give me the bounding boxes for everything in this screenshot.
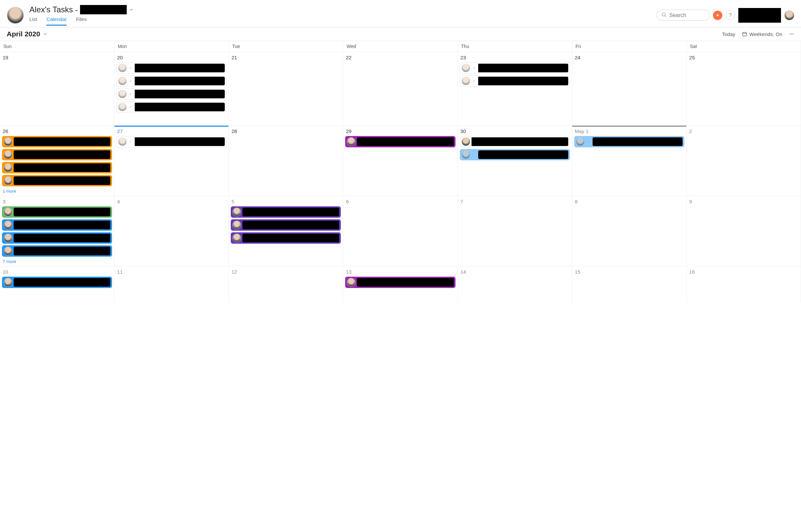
task-card[interactable]: ✓ xyxy=(116,75,226,87)
task-avatar xyxy=(462,137,470,146)
owner-avatar[interactable] xyxy=(7,7,24,24)
day-number: 3 xyxy=(2,198,112,206)
svg-rect-2 xyxy=(743,32,747,36)
task-label-redacted xyxy=(14,234,110,242)
task-card[interactable] xyxy=(2,232,112,244)
help-button[interactable]: ? xyxy=(726,11,735,20)
day-number: 9 xyxy=(689,198,799,206)
task-card[interactable] xyxy=(2,277,112,288)
calendar-day[interactable]: 12 xyxy=(229,266,343,303)
calendar-day[interactable]: 4 xyxy=(114,196,229,266)
calendar-day[interactable]: 9 xyxy=(687,196,801,266)
today-button[interactable]: Today xyxy=(722,31,735,37)
task-card[interactable]: ✓ xyxy=(460,62,570,74)
calendar-day[interactable]: 27✓ xyxy=(114,126,229,196)
chevron-down-icon[interactable] xyxy=(129,7,134,12)
task-card[interactable] xyxy=(2,175,112,186)
check-icon: ✓ xyxy=(128,92,133,96)
calendar-day[interactable]: 21 xyxy=(229,52,343,125)
tab-list[interactable]: List xyxy=(29,16,37,26)
more-link[interactable]: 7 more xyxy=(2,258,112,265)
calendar-day[interactable]: 8 xyxy=(572,196,687,266)
task-avatar xyxy=(4,234,12,242)
task-avatar xyxy=(4,137,12,146)
day-number: May 1 xyxy=(574,128,684,136)
calendar-week: 37 more456789 xyxy=(0,196,801,266)
task-label-redacted xyxy=(471,137,568,146)
svg-point-0 xyxy=(662,13,665,16)
calendar-day[interactable]: 19 xyxy=(0,52,114,125)
svg-point-8 xyxy=(793,34,794,35)
calendar-day[interactable]: 28 xyxy=(229,126,343,196)
task-card[interactable] xyxy=(2,245,112,256)
calendar-day[interactable]: 23✓✓ xyxy=(458,52,572,125)
calendar-day[interactable]: 30✓ xyxy=(458,126,572,196)
task-card[interactable] xyxy=(231,219,341,231)
task-card[interactable] xyxy=(345,136,455,147)
tab-calendar[interactable]: Calendar xyxy=(46,16,67,26)
calendar-day[interactable]: 13 xyxy=(343,266,458,303)
task-card[interactable]: ✓ xyxy=(116,62,226,74)
task-label-redacted xyxy=(357,278,453,287)
month-chevron-icon[interactable] xyxy=(43,31,48,37)
weekday-label: Mon xyxy=(114,41,229,52)
calendar-day[interactable]: 14 xyxy=(458,266,572,303)
calendar-day[interactable]: 10 xyxy=(0,266,114,303)
calendar-day[interactable]: 37 more xyxy=(0,196,114,266)
calendar-day[interactable]: 25 xyxy=(687,52,801,125)
search-input[interactable] xyxy=(669,12,705,18)
weekday-label: Fri xyxy=(572,41,687,52)
task-card[interactable] xyxy=(2,162,112,173)
task-avatar xyxy=(4,150,12,159)
task-card[interactable] xyxy=(2,149,112,160)
task-card[interactable] xyxy=(460,136,570,147)
task-card[interactable] xyxy=(2,136,112,147)
more-link[interactable]: 1 more xyxy=(2,188,112,194)
task-card[interactable]: ✓ xyxy=(116,136,226,147)
task-avatar xyxy=(232,234,241,242)
calendar-day[interactable]: 7 xyxy=(458,196,572,266)
calendar-day[interactable]: 24 xyxy=(572,52,687,125)
check-icon: ✓ xyxy=(586,139,591,144)
task-card[interactable] xyxy=(231,232,341,244)
task-card[interactable]: ✓ xyxy=(116,88,226,100)
calendar-day[interactable]: 11 xyxy=(114,266,229,303)
task-card[interactable]: ✓ xyxy=(116,101,226,113)
task-card[interactable]: ✓ xyxy=(460,149,570,160)
day-number: 16 xyxy=(689,268,799,277)
calendar-day[interactable]: 5 xyxy=(229,196,343,266)
day-number: 4 xyxy=(116,198,226,206)
task-avatar xyxy=(4,208,12,216)
calendar-day[interactable]: 15 xyxy=(572,266,687,303)
calendar-day[interactable]: 29 xyxy=(343,126,458,196)
task-label-redacted xyxy=(14,221,110,229)
day-number: 23 xyxy=(460,54,570,62)
task-card[interactable]: ✓ xyxy=(574,136,684,147)
calendar-day[interactable]: 22 xyxy=(343,52,458,125)
calendar-day[interactable]: 20✓✓✓✓ xyxy=(114,52,229,125)
tab-files[interactable]: Files xyxy=(76,16,87,26)
task-label-redacted xyxy=(14,150,110,159)
task-card[interactable] xyxy=(345,277,455,288)
day-number: 6 xyxy=(345,198,455,206)
task-card[interactable] xyxy=(2,206,112,218)
calendar-day[interactable]: 2 xyxy=(687,126,801,196)
task-card[interactable] xyxy=(2,219,112,231)
day-number: 14 xyxy=(460,268,570,277)
task-label-redacted xyxy=(135,90,225,98)
task-card[interactable] xyxy=(231,206,341,218)
weekends-toggle[interactable]: Weekends: On xyxy=(742,31,782,37)
add-button[interactable]: + xyxy=(713,11,722,20)
calendar-day[interactable]: 16 xyxy=(687,266,801,303)
task-avatar xyxy=(347,137,355,146)
calendar-week: 10111213141516 xyxy=(0,266,801,303)
calendar-day[interactable]: May 1✓ xyxy=(572,126,687,196)
weekday-label: Thu xyxy=(458,41,572,52)
calendar-day[interactable]: 261 more xyxy=(0,126,114,196)
user-avatar[interactable] xyxy=(784,10,794,20)
task-card[interactable]: ✓ xyxy=(460,75,570,87)
more-button[interactable] xyxy=(789,31,794,37)
calendar-day[interactable]: 6 xyxy=(343,196,458,266)
subbar-right: Today Weekends: On xyxy=(722,31,794,37)
search-box[interactable] xyxy=(656,10,710,21)
